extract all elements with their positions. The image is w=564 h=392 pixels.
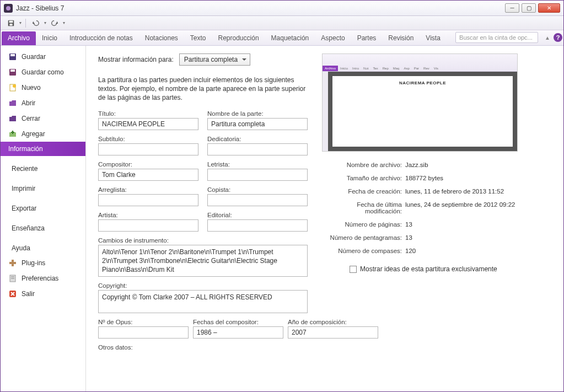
tab-archivo[interactable]: Archivo — [2, 31, 36, 45]
meta-label: Número de compases: — [322, 248, 402, 254]
field-label: Nombre de la parte: — [207, 110, 308, 117]
add-icon — [8, 130, 17, 138]
sidebar-item-label: Preferencias — [22, 275, 58, 282]
sidebar-item-label: Imprimir — [12, 185, 35, 192]
field-label: Subtítulo: — [98, 136, 198, 142]
minimize-button[interactable]: ─ — [505, 3, 519, 13]
field-label: Arreglista: — [98, 186, 198, 193]
sidebar-item-label: Agregar — [22, 130, 45, 138]
copyright-textarea[interactable]: Copyright © Tom Clarke 2007 – ALL RIGHTS… — [98, 290, 308, 313]
sidebar-item-guardar-como[interactable]: Guardar como — [1, 65, 85, 80]
sidebar-item-label: Plug-ins — [22, 259, 45, 267]
title-bar: Jazz - Sibelius 7 ─ ▢ ✕ — [1, 1, 563, 16]
subtitulo-input[interactable] — [98, 143, 198, 155]
meta-label: Número de pentagramas: — [322, 234, 402, 241]
sidebar-item-reciente[interactable]: Reciente — [1, 162, 85, 176]
titulo-input[interactable] — [98, 118, 198, 130]
tab-reproduccion[interactable]: Reproducción — [212, 31, 265, 45]
thumbnail-score-title: NACIREMA PEOPLE — [338, 80, 507, 85]
compositor-input[interactable] — [98, 169, 198, 181]
tab-notaciones[interactable]: Notaciones — [139, 31, 184, 45]
info-panel: ArchivoInicioIntroNotTexRepMaqAspParRevV… — [308, 53, 554, 391]
tab-partes[interactable]: Partes — [351, 31, 383, 45]
sidebar-item-salir[interactable]: Salir — [1, 286, 85, 302]
opus-input[interactable] — [98, 326, 189, 339]
tab-inicio[interactable]: Inicio — [36, 31, 63, 45]
tab-aspecto[interactable]: Aspecto — [315, 31, 351, 45]
sidebar-item-imprimir[interactable]: Imprimir — [1, 181, 85, 196]
letrista-input[interactable] — [207, 169, 308, 181]
ribbon: Archivo Inicio Introducción de notas Not… — [1, 30, 563, 46]
meta-value: Jazz.sib — [402, 162, 554, 168]
sidebar-item-ayuda[interactable]: Ayuda — [1, 241, 85, 255]
close-button[interactable]: ✕ — [538, 3, 560, 13]
meta-label: Fecha de última modificación: — [322, 201, 402, 214]
close-folder-icon — [8, 114, 17, 123]
sidebar-item-preferencias[interactable]: Preferencias — [1, 271, 85, 286]
sidebar-item-agregar[interactable]: Agregar — [1, 126, 85, 142]
sidebar-item-nuevo[interactable]: Nuevo — [1, 80, 85, 95]
field-label: Artista: — [98, 212, 198, 218]
sidebar-item-label: Abrir — [22, 99, 35, 107]
sidebar-item-ensenanza[interactable]: Enseñanza — [1, 221, 85, 235]
exit-icon — [8, 289, 17, 298]
collapse-ribbon-icon[interactable]: ▲ — [545, 35, 550, 41]
field-label: Copyright: — [98, 282, 308, 289]
nombre-parte-input[interactable] — [207, 118, 308, 130]
editorial-input[interactable] — [207, 219, 308, 232]
arreglista-input[interactable] — [98, 194, 198, 206]
save-as-icon — [8, 68, 17, 77]
meta-value: 13 — [402, 221, 554, 228]
tab-revision[interactable]: Revisión — [382, 31, 420, 45]
sidebar-item-label: Salir — [22, 290, 35, 298]
checkbox-label: Mostrar ideas de esta partitura exclusiv… — [360, 265, 497, 273]
redo-icon[interactable] — [49, 18, 61, 28]
sidebar-item-label: Información — [8, 145, 43, 153]
tab-introduccion[interactable]: Introducción de notas — [63, 31, 139, 45]
sidebar-item-guardar[interactable]: Guardar — [1, 49, 85, 65]
dedicatoria-input[interactable] — [207, 143, 308, 155]
sidebar-item-abrir[interactable]: Abrir — [1, 95, 85, 111]
field-label: Otros datos: — [98, 344, 308, 351]
field-label: Fechas del compositor: — [193, 319, 283, 325]
field-label: Copista: — [207, 186, 308, 193]
ribbon-search-input[interactable]: Buscar en la cinta de opc... — [455, 32, 538, 43]
sidebar-item-label: Exportar — [12, 205, 36, 212]
file-sidebar: Guardar Guardar como Nuevo Abrir Cerrar … — [1, 46, 86, 391]
sidebar-item-plugins[interactable]: Plug-ins — [1, 255, 85, 271]
explanation-text: La partitura o las partes pueden incluir… — [98, 76, 308, 103]
field-label: Cambios de instrumento: — [98, 237, 308, 244]
artista-input[interactable] — [98, 219, 198, 232]
svg-point-9 — [13, 84, 16, 88]
prefs-icon — [8, 274, 17, 283]
tab-maquetacion[interactable]: Maquetación — [265, 31, 315, 45]
sidebar-item-exportar[interactable]: Exportar — [1, 201, 85, 216]
cambios-textarea[interactable]: Alto\n\Tenor 1\n\Tenor 2\n\Baritone\n\Tr… — [98, 245, 308, 277]
show-ideas-checkbox[interactable] — [350, 266, 357, 273]
save-icon[interactable] — [5, 18, 17, 28]
help-icon[interactable]: ? — [554, 33, 562, 42]
field-label: Editorial: — [207, 212, 308, 218]
sidebar-item-informacion[interactable]: Información — [1, 142, 85, 156]
field-label: Nº de Opus: — [98, 319, 189, 325]
undo-icon[interactable] — [30, 18, 42, 28]
svg-rect-3 — [9, 23, 12, 25]
meta-value: 13 — [402, 234, 554, 241]
window-title: Jazz - Sibelius 7 — [16, 4, 64, 12]
new-icon — [8, 83, 17, 92]
svg-point-0 — [6, 6, 10, 10]
quick-access-toolbar: ▾ ▾ ▾ — [1, 16, 563, 30]
meta-label: Fecha de creación: — [322, 188, 402, 195]
meta-value: 120 — [402, 248, 554, 254]
sidebar-item-label: Guardar — [22, 53, 46, 61]
tab-texto[interactable]: Texto — [184, 31, 212, 45]
copista-input[interactable] — [207, 194, 308, 206]
field-label: Compositor: — [98, 161, 198, 168]
tab-vista[interactable]: Vista — [420, 31, 446, 45]
fechas-compositor-input[interactable] — [193, 326, 283, 339]
open-icon — [8, 99, 17, 108]
maximize-button[interactable]: ▢ — [522, 3, 536, 13]
meta-value: lunes, 11 de febrero de 2013 11:52 — [402, 188, 554, 195]
sidebar-item-cerrar[interactable]: Cerrar — [1, 111, 85, 126]
show-info-dropdown[interactable]: Partitura completa — [179, 53, 250, 66]
